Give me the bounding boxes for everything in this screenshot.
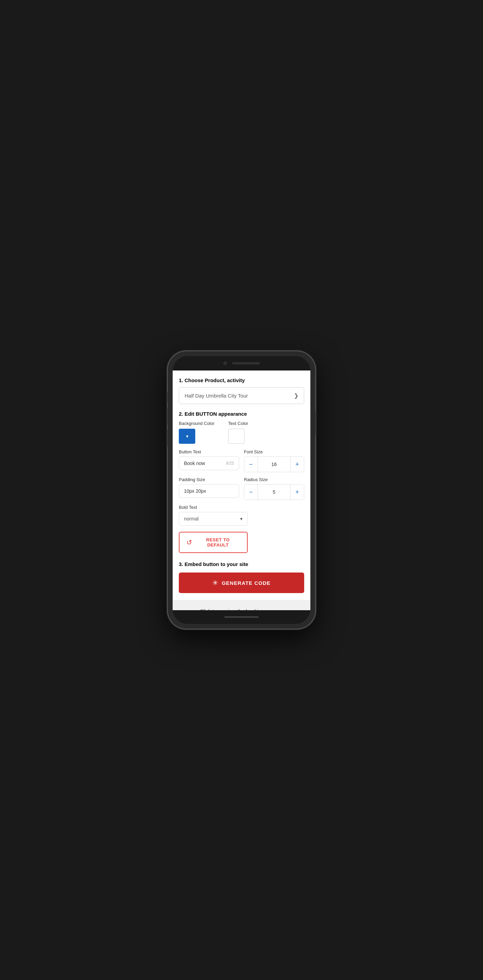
padding-size-group: Padding Size 10px 20px	[179, 477, 239, 500]
generate-label: GENERATE CODE	[222, 580, 271, 586]
phone-bottom-bar	[173, 610, 310, 624]
button-text-group: Button Text Book now 8/25	[179, 449, 239, 472]
text-color-label: Text Color	[228, 421, 248, 426]
font-size-stepper: − 16 +	[244, 457, 304, 472]
section1-title: 1. Choose Product, activity	[179, 377, 304, 383]
padding-size-label: Padding Size	[179, 477, 239, 482]
bold-chevron-icon: ▾	[240, 516, 242, 522]
font-size-group: Font Size − 16 +	[244, 449, 304, 472]
radius-size-value: 5	[258, 489, 290, 495]
bg-color-swatch[interactable]: ▾	[179, 429, 195, 444]
bold-text-group: Bold Text normal ▾	[179, 505, 304, 526]
section2-title: 2. Edit BUTTON appearance	[179, 411, 304, 417]
bold-text-value: normal	[184, 516, 199, 522]
radius-size-label: Radius Size	[244, 477, 304, 482]
text-color-group: Text Color	[228, 421, 248, 444]
text-color-swatch[interactable]	[228, 429, 245, 444]
bg-color-chevron-icon: ▾	[186, 433, 188, 439]
screen: 1. Choose Product, activity Half Day Umb…	[173, 371, 310, 610]
bold-text-select[interactable]: normal ▾	[179, 512, 248, 526]
home-indicator	[225, 616, 259, 618]
font-size-label: Font Size	[244, 449, 304, 454]
reset-icon: ↺	[187, 538, 192, 547]
button-text-input[interactable]: Book now 8/25	[179, 457, 239, 470]
bg-color-group: Background Color ▾	[179, 421, 214, 444]
bold-text-label: Bold Text	[179, 505, 304, 510]
radius-size-group: Radius Size − 5 +	[244, 477, 304, 500]
padding-size-input[interactable]: 10px 20px	[179, 484, 239, 498]
button-text-label: Button Text	[179, 449, 239, 454]
section-3: 3. Embed button to your site ✳ GENERATE …	[179, 561, 304, 593]
generate-code-button[interactable]: ✳ GENERATE CODE	[179, 573, 304, 593]
padding-radius-row: Padding Size 10px 20px Radius Size − 5 +	[179, 477, 304, 500]
reset-to-default-button[interactable]: ↺ RESET TO DEFAULT	[179, 532, 248, 553]
font-size-increment-button[interactable]: +	[290, 457, 304, 472]
color-row: Background Color ▾ Text Color	[179, 421, 304, 444]
reset-label: RESET TO DEFAULT	[196, 537, 240, 547]
char-count: 8/25	[226, 461, 234, 466]
magic-wand-icon: ✳	[212, 579, 218, 587]
radius-size-increment-button[interactable]: +	[290, 485, 304, 500]
button-text-row: Button Text Book now 8/25 Font Size − 16	[179, 449, 304, 472]
preview-area: Click to preview the booking process Boo…	[173, 600, 310, 610]
radius-size-decrement-button[interactable]: −	[244, 485, 258, 500]
section-1: 1. Choose Product, activity Half Day Umb…	[179, 377, 304, 404]
button-text-value: Book now	[184, 461, 205, 466]
product-dropdown[interactable]: Half Day Umbrella City Tour ❯	[179, 387, 304, 404]
font-size-decrement-button[interactable]: −	[244, 457, 258, 472]
radius-size-stepper: − 5 +	[244, 484, 304, 500]
padding-size-value: 10px 20px	[184, 488, 206, 494]
section3-title: 3. Embed button to your site	[179, 561, 304, 567]
product-chevron-icon: ❯	[294, 392, 298, 399]
font-size-value: 16	[258, 461, 290, 467]
bg-color-label: Background Color	[179, 421, 214, 426]
front-camera	[223, 361, 227, 365]
product-value: Half Day Umbrella City Tour	[185, 393, 248, 399]
section-2: 2. Edit BUTTON appearance Background Col…	[179, 411, 304, 553]
speaker	[232, 362, 260, 364]
